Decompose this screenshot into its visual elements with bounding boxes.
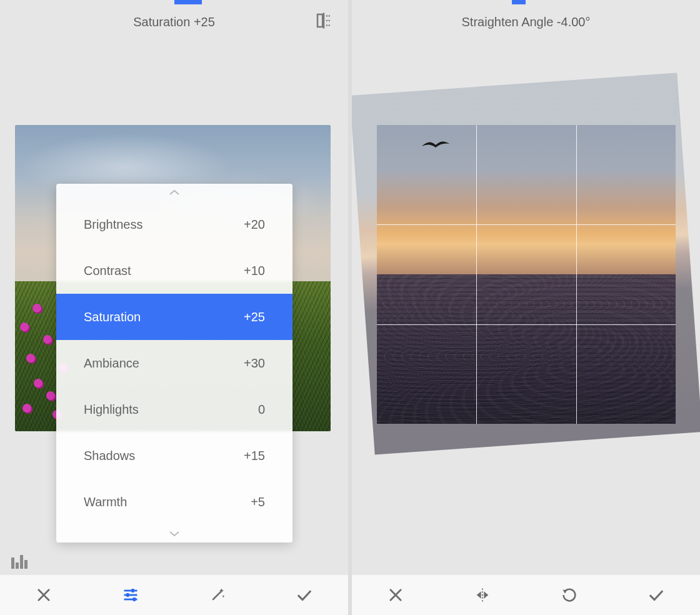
tune-row-value: +15 — [244, 449, 265, 463]
bottom-toolbar — [352, 575, 700, 615]
crop-frame[interactable] — [377, 125, 676, 424]
bottom-toolbar — [0, 575, 348, 615]
svg-rect-12 — [126, 593, 129, 597]
svg-rect-13 — [132, 598, 136, 601]
tune-row-ambiance[interactable]: Ambiance +30 — [56, 340, 292, 386]
rotate-button[interactable] — [526, 575, 613, 615]
tune-row-label: Contrast — [84, 264, 131, 278]
svg-point-19 — [569, 600, 570, 601]
tune-parameter-menu[interactable]: Brightness +20 Contrast +10 Saturation +… — [56, 184, 292, 542]
auto-enhance-button[interactable] — [174, 575, 261, 615]
svg-line-14 — [213, 592, 221, 599]
header-title: Saturation +25 — [133, 15, 215, 29]
tune-row-contrast[interactable]: Contrast +10 — [56, 248, 292, 294]
bird-silhouette — [421, 138, 451, 152]
tune-row-highlights[interactable]: Highlights 0 — [56, 386, 292, 432]
flip-horizontal-button[interactable] — [439, 575, 526, 615]
tune-row-brightness[interactable]: Brightness +20 — [56, 201, 292, 248]
header: Saturation +25 — [0, 0, 348, 44]
apply-button[interactable] — [261, 575, 348, 615]
tune-row-label: Ambiance — [84, 356, 139, 371]
tune-row-label: Shadows — [84, 449, 135, 463]
svg-point-2 — [326, 15, 328, 17]
header-title: Straighten Angle -4.00° — [462, 15, 591, 29]
close-button[interactable] — [0, 575, 87, 615]
tune-row-label: Saturation — [84, 310, 141, 324]
histogram-icon[interactable] — [11, 554, 29, 569]
svg-point-5 — [329, 20, 331, 22]
chevron-up-icon[interactable] — [56, 184, 292, 201]
tune-row-value: +5 — [251, 495, 265, 509]
rotate-screen: Straighten Angle -4.00° — [352, 0, 700, 615]
tune-row-value: 0 — [258, 402, 265, 417]
photo-preview[interactable] — [352, 44, 700, 575]
svg-point-3 — [329, 15, 331, 17]
svg-rect-0 — [318, 14, 322, 27]
close-button[interactable] — [352, 575, 439, 615]
apply-button[interactable] — [613, 575, 700, 615]
tune-row-shadows[interactable]: Shadows +15 — [56, 432, 292, 479]
svg-rect-11 — [131, 589, 134, 592]
svg-marker-16 — [477, 591, 481, 599]
header: Straighten Angle -4.00° — [352, 0, 700, 44]
tune-row-value: +10 — [244, 264, 265, 278]
tune-row-label: Warmth — [84, 495, 127, 509]
chevron-down-icon[interactable] — [56, 525, 292, 542]
tune-row-saturation[interactable]: Saturation +25 — [56, 294, 292, 340]
tune-row-value: +20 — [244, 218, 265, 232]
svg-marker-18 — [563, 590, 568, 594]
svg-marker-17 — [484, 591, 488, 599]
tune-image-screen: Saturation +25 B — [0, 0, 348, 615]
svg-point-7 — [329, 24, 331, 26]
tune-row-label: Highlights — [84, 402, 139, 417]
tune-tool-button[interactable] — [87, 575, 174, 615]
svg-point-6 — [326, 24, 328, 26]
svg-point-4 — [326, 20, 328, 22]
compare-icon[interactable] — [314, 11, 333, 30]
tune-row-warmth[interactable]: Warmth +5 — [56, 479, 292, 525]
tune-row-label: Brightness — [84, 218, 143, 232]
tune-row-value: +25 — [244, 310, 265, 324]
tune-row-value: +30 — [244, 356, 265, 371]
